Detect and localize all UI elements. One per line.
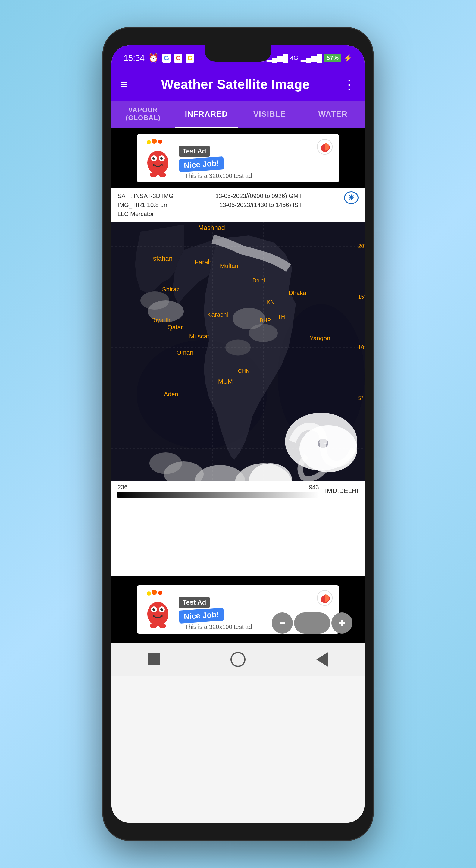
svg-text:15°: 15°: [358, 294, 364, 300]
scale-numbers: 236 943: [118, 484, 319, 491]
ad-tag-2: Test Ad: [179, 597, 210, 608]
svg-point-14: [159, 173, 166, 177]
svg-text:CHN: CHN: [238, 368, 250, 374]
recents-nav-button[interactable]: [143, 649, 164, 670]
color-scale-bar: 236 943 IMD,DELHI: [112, 481, 364, 501]
ad-description-2: This is a 320x100 test ad: [185, 624, 252, 630]
tab-vapour[interactable]: VAPOUR (GLOBAL): [112, 101, 175, 128]
svg-text:Yangon: Yangon: [310, 335, 330, 341]
svg-point-42: [225, 340, 251, 355]
svg-text:BHP: BHP: [260, 317, 271, 323]
svg-point-39: [150, 453, 182, 474]
app-bar: ≡ Weather Satellite Image ⋮: [112, 68, 364, 101]
svg-point-9: [154, 157, 155, 158]
ad-text-area-1: Test Ad Nice Job!: [179, 146, 224, 171]
sat-date-ist: 13-05-2023/(1430 to 1456) IST: [215, 200, 302, 210]
svg-point-66: [147, 591, 151, 595]
sat-name: SAT : INSAT-3D IMG: [118, 191, 173, 200]
svg-text:TH: TH: [278, 314, 285, 320]
google-icon-2: G: [174, 54, 182, 63]
ad-monster-2: [143, 590, 173, 629]
svg-point-2: [158, 140, 162, 144]
ad-nicejob-2: Nice Job!: [179, 607, 224, 623]
recents-icon: [148, 653, 160, 665]
sat-info-right: 13-05-2023/(0900 to 0926) GMT 13-05-2023…: [215, 191, 302, 210]
ad-content-1: Test Ad Nice Job! This is a 320x100 test…: [137, 134, 339, 182]
svg-point-4: [147, 151, 168, 175]
svg-point-80: [159, 624, 166, 628]
alarm-icon: ⏰: [148, 53, 159, 63]
sat-info-left: SAT : INSAT-3D IMG IMG_TIR1 10.8 um LLC …: [118, 191, 173, 218]
ad-banner-1: Test Ad Nice Job! This is a 320x100 test…: [112, 128, 364, 188]
svg-point-0: [147, 140, 151, 144]
scale-max: 943: [309, 484, 319, 491]
ad-nicejob-1: Nice Job!: [179, 156, 224, 172]
satellite-image-container[interactable]: Mashhad Isfahan Farah Shiraz Riyadh Qata…: [112, 221, 364, 481]
zoom-slider[interactable]: [294, 613, 330, 633]
svg-point-68: [158, 591, 162, 595]
imd-label: IMD,DELHI: [325, 487, 358, 495]
sat-projection: LLC Mercator: [118, 210, 173, 218]
svg-point-7: [153, 157, 155, 160]
scale-wrapper: 236 943: [118, 484, 319, 498]
hamburger-menu-icon[interactable]: ≡: [121, 77, 128, 92]
back-nav-button[interactable]: [312, 649, 333, 670]
svg-point-70: [147, 602, 168, 626]
svg-point-30: [299, 425, 357, 472]
white-space-section: [112, 501, 364, 576]
screen-content[interactable]: Test Ad Nice Job! This is a 320x100 test…: [112, 128, 364, 823]
svg-text:Qatar: Qatar: [167, 324, 183, 331]
ad-tag-1: Test Ad: [179, 146, 210, 157]
dot-indicator: ·: [198, 53, 200, 63]
app-title: Weather Satellite Image: [137, 77, 334, 92]
back-icon: [316, 652, 328, 667]
svg-text:Riyadh: Riyadh: [151, 317, 170, 323]
sat-date-gmt: 13-05-2023/(0900 to 0926) GMT: [215, 191, 302, 200]
notch: [205, 45, 271, 62]
zoom-controls: − +: [272, 613, 352, 633]
svg-text:Delhi: Delhi: [252, 278, 265, 284]
imd-logo: ☀: [344, 191, 358, 204]
svg-text:Multan: Multan: [220, 262, 238, 269]
svg-point-76: [162, 608, 163, 610]
ad-description-1: This is a 320x100 test ad: [185, 173, 252, 179]
svg-point-79: [150, 624, 157, 628]
more-options-icon[interactable]: ⋮: [343, 77, 355, 92]
svg-text:Muscat: Muscat: [189, 333, 209, 340]
svg-text:MUM: MUM: [218, 378, 233, 385]
ad-text-area-2: Test Ad Nice Job!: [179, 597, 224, 622]
tab-bar: VAPOUR (GLOBAL) INFRARED VISIBLE WATER: [112, 101, 364, 128]
tab-water[interactable]: WATER: [301, 101, 364, 128]
zoom-in-button[interactable]: +: [331, 613, 352, 633]
svg-text:Shiraz: Shiraz: [162, 286, 180, 293]
google-icon-3: G: [186, 54, 194, 63]
svg-text:KN: KN: [267, 299, 275, 305]
home-icon: [230, 652, 246, 667]
status-left: 15:34 ⏰ G G G ·: [124, 53, 200, 63]
svg-point-36: [140, 291, 169, 310]
svg-text:5°: 5°: [358, 395, 363, 401]
ad-logo-2: [317, 590, 333, 608]
svg-point-10: [162, 157, 163, 158]
svg-text:20°: 20°: [358, 243, 364, 249]
home-nav-button[interactable]: [227, 649, 249, 670]
svg-text:Dhaka: Dhaka: [289, 290, 307, 296]
svg-text:Karachi: Karachi: [207, 311, 228, 318]
svg-text:Oman: Oman: [177, 349, 193, 356]
svg-point-8: [160, 157, 163, 160]
clock: 15:34: [124, 53, 145, 63]
zoom-out-button[interactable]: −: [272, 613, 293, 633]
svg-point-73: [153, 608, 155, 611]
signal-bars-2: ▂▄▆█: [301, 54, 322, 62]
svg-point-75: [154, 608, 155, 610]
tab-infrared[interactable]: INFRARED: [175, 101, 238, 128]
battery-icon: 57%: [324, 54, 341, 62]
google-icon-1: G: [162, 54, 170, 63]
phone-frame: 15:34 ⏰ G G G · VoLTE ▂▄▆█ 4G ▂▄▆█ 57% ⚡…: [102, 27, 374, 841]
scale-gradient: [118, 492, 319, 498]
scale-min: 236: [118, 484, 127, 491]
phone-screen: 15:34 ⏰ G G G · VoLTE ▂▄▆█ 4G ▂▄▆█ 57% ⚡…: [112, 45, 364, 823]
svg-point-1: [152, 138, 157, 144]
tab-visible[interactable]: VISIBLE: [238, 101, 301, 128]
ad-banner-2: Test Ad Nice Job! This is a 320x100 test…: [112, 576, 364, 643]
